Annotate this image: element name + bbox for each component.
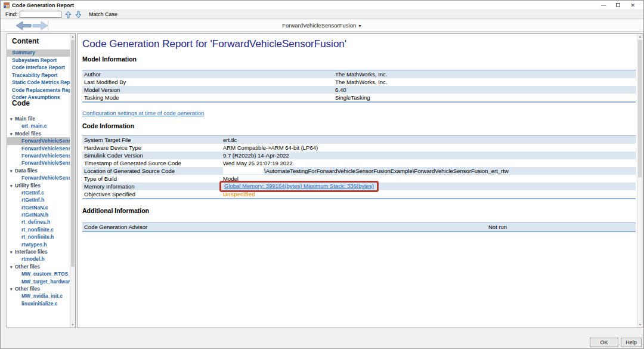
tree-group-label: Main file: [15, 116, 35, 122]
table-row: Hardware Device TypeARM Compatible->ARM …: [82, 144, 636, 152]
sidebar-scrollbar-thumb[interactable]: [71, 40, 75, 267]
sidebar-tree-file[interactable]: rtGetInf.c: [7, 189, 70, 196]
sidebar-tree-file[interactable]: rtwtypes.h: [7, 241, 70, 248]
row-label: Code Generation Advisor: [82, 223, 488, 231]
sidebar-tree-file[interactable]: rtGetNaN.c: [7, 204, 70, 211]
collapse-icon[interactable]: ▾: [10, 116, 15, 123]
tree-group-label: Interface files: [15, 249, 48, 255]
scroll-up-icon[interactable]: ▲: [637, 34, 643, 39]
sidebar-tree-file[interactable]: ForwardVehicleSensorF: [7, 174, 70, 181]
sidebar-tree-group[interactable]: ▾Interface files: [7, 248, 70, 255]
sidebar-tree-group[interactable]: ▾Other files: [7, 285, 70, 292]
collapse-icon[interactable]: ▾: [10, 249, 15, 256]
maximize-icon[interactable]: [616, 2, 620, 8]
close-icon[interactable]: ✕: [630, 2, 635, 8]
row-value: 6.40: [335, 86, 636, 94]
sidebar-tree-file[interactable]: ForwardVehicleSensorF: [7, 152, 70, 159]
app-icon: [4, 2, 10, 8]
row-label: Type of Build: [82, 175, 223, 183]
sidebar-tree-file[interactable]: rt_nonfinite.c: [7, 226, 70, 233]
sidebar-tree-file[interactable]: MW_target_hardware_r: [7, 278, 70, 285]
row-value: The MathWorks, Inc.: [335, 78, 636, 86]
sidebar-item-subsystem-report[interactable]: Subsystem Report: [7, 57, 70, 64]
report-main-panel: Code Generation Report for 'ForwardVehic…: [77, 33, 643, 328]
model-selector-dropdown[interactable]: ForwardVehicleSensorFusion ▼: [1, 22, 643, 29]
sidebar-tree-file[interactable]: MW_nvidia_init.c: [7, 292, 70, 299]
sidebar-tree-group[interactable]: ▾Utility files: [7, 182, 70, 189]
find-bar: Find: Match Case: [1, 10, 643, 19]
row-value: ARM Compatible->ARM 64-bit (LP64): [223, 144, 636, 152]
row-value: Wed May 25 21:07:19 2022: [223, 159, 636, 167]
row-label: Hardware Device Type: [82, 144, 223, 152]
memory-information-link[interactable]: Global Memory: 399164(bytes) Maximum Sta…: [224, 183, 374, 189]
scroll-down-icon[interactable]: ▼: [637, 322, 643, 328]
find-previous-icon[interactable]: [65, 11, 72, 18]
sidebar-item-code-replacements-report[interactable]: Code Replacements Report: [7, 87, 70, 94]
table-row: Tasking ModeSingleTasking: [82, 94, 636, 101]
additional-information-table: Code Generation AdvisorNot run: [82, 223, 636, 232]
code-information-table: System Target Fileert.tlcHardware Device…: [82, 135, 636, 199]
configuration-settings-link[interactable]: Configuration settings at time of code g…: [82, 110, 204, 116]
main-scrollbar[interactable]: ▲ ▼: [637, 34, 643, 328]
main-scrollbar-thumb[interactable]: [638, 40, 642, 177]
value-text: The MathWorks, Inc.: [335, 71, 387, 78]
sidebar-scrollbar[interactable]: ▲ ▼: [70, 34, 75, 328]
sidebar-tree-group[interactable]: ▾Other files: [7, 263, 70, 270]
page-title: Code Generation Report for 'ForwardVehic…: [82, 38, 346, 50]
scroll-down-icon[interactable]: ▼: [70, 322, 75, 328]
sidebar-item-static-code-metrics-report[interactable]: Static Code Metrics Report: [7, 79, 70, 87]
sidebar-tree-file[interactable]: ForwardVehicleSensorF: [7, 159, 70, 166]
match-case-option[interactable]: Match Case: [89, 11, 117, 17]
table-row: Memory InformationGlobal Memory: 399164(…: [82, 183, 636, 190]
tree-group-label: Other files: [15, 264, 40, 270]
row-label: Tasking Mode: [82, 94, 335, 101]
navigation-toolbar: ForwardVehicleSensorFusion ▼: [1, 20, 643, 32]
collapse-icon[interactable]: ▾: [10, 168, 15, 175]
tree-group-label: Data files: [15, 168, 38, 174]
content-link-list: SummarySubsystem ReportCode Interface Re…: [7, 50, 70, 102]
find-input[interactable]: [20, 11, 61, 18]
table-row: Model Version6.40: [82, 86, 636, 94]
row-label: Memory Information: [82, 183, 223, 190]
collapse-icon[interactable]: ▾: [10, 183, 15, 190]
sidebar-tree-file[interactable]: rtGetNaN.h: [7, 211, 70, 218]
value-text: Not run: [488, 224, 507, 230]
tree-group-label: Utility files: [15, 183, 41, 189]
sidebar-item-code-interface-report[interactable]: Code Interface Report: [7, 64, 70, 72]
table-row: System Target Fileert.tlc: [82, 136, 636, 144]
sidebar-tree-file[interactable]: linuxinitialize.c: [7, 300, 70, 307]
row-label: Model Version: [82, 86, 335, 94]
ok-button[interactable]: OK: [590, 338, 618, 347]
sidebar-tree-file[interactable]: ForwardVehicleSensorF: [7, 137, 70, 144]
code-file-tree: ▾Main fileert_main.c▾Model filesForwardV…: [7, 115, 70, 307]
scroll-up-icon[interactable]: ▲: [70, 34, 75, 39]
chevron-down-icon: ▼: [358, 24, 362, 28]
collapse-icon[interactable]: ▾: [10, 286, 15, 293]
sidebar-tree-group[interactable]: ▾Data files: [7, 167, 70, 174]
model-selector-label: ForwardVehicleSensorFusion: [282, 22, 356, 29]
find-next-icon[interactable]: [75, 11, 82, 18]
sidebar-item-summary[interactable]: Summary: [7, 50, 70, 57]
row-label: Last Modified By: [82, 78, 335, 86]
sidebar-tree-group[interactable]: ▾Main file: [7, 115, 70, 122]
row-label: Timestamp of Generated Source Code: [82, 159, 223, 167]
sidebar-tree-file[interactable]: ert_main.c: [7, 122, 70, 129]
model-information-table: AuthorThe MathWorks, Inc.Last Modified B…: [82, 70, 636, 103]
collapse-icon[interactable]: ▾: [10, 131, 15, 138]
model-information-heading: Model Information: [82, 55, 137, 63]
sidebar-tree-group[interactable]: ▾Model files: [7, 130, 70, 137]
value-text: ARM Compatible->ARM 64-bit (LP64): [223, 144, 318, 151]
tree-group-label: Other files: [15, 286, 40, 292]
sidebar-tree-file[interactable]: rtmodel.h: [7, 255, 70, 262]
sidebar-panel: Content SummarySubsystem ReportCode Inte…: [7, 33, 76, 328]
value-text: The MathWorks, Inc.: [335, 79, 387, 85]
sidebar-tree-file[interactable]: rt_nonfinite.h: [7, 233, 70, 240]
sidebar-tree-file[interactable]: rtGetInf.h: [7, 196, 70, 203]
help-button[interactable]: Help: [621, 338, 642, 347]
collapse-icon[interactable]: ▾: [10, 264, 15, 271]
sidebar-item-traceability-report[interactable]: Traceability Report: [7, 72, 70, 79]
sidebar-tree-file[interactable]: rt_defines.h: [7, 218, 70, 226]
sidebar-tree-file[interactable]: ForwardVehicleSensorF: [7, 145, 70, 152]
minimize-icon[interactable]: —: [600, 2, 606, 8]
sidebar-tree-file[interactable]: MW_custom_RTOS_hea: [7, 270, 70, 277]
